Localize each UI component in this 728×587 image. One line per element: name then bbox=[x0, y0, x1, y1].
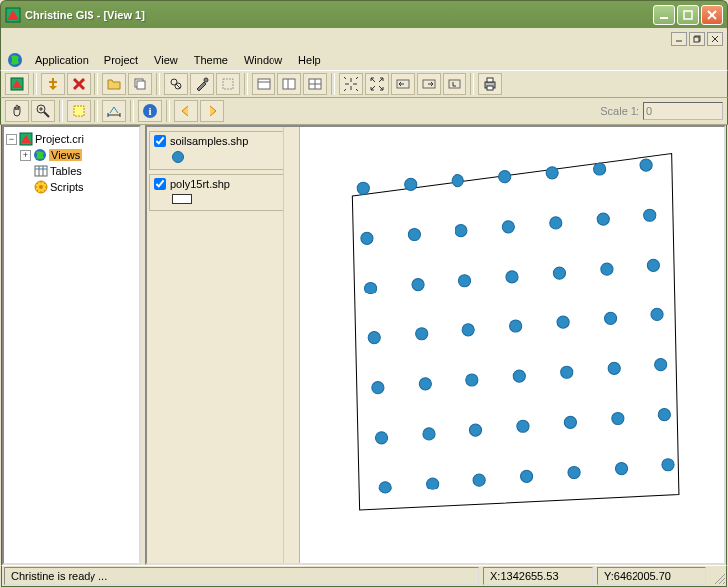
theme-name: soilsamples.shp bbox=[170, 135, 248, 147]
svg-point-69 bbox=[458, 275, 470, 287]
svg-point-71 bbox=[553, 267, 565, 279]
svg-point-70 bbox=[506, 271, 518, 283]
measure-tool-button[interactable] bbox=[102, 100, 126, 122]
resize-grip-icon[interactable] bbox=[708, 567, 726, 585]
svg-point-77 bbox=[510, 320, 522, 332]
separator bbox=[331, 73, 335, 95]
zoom-full-button[interactable] bbox=[365, 73, 389, 95]
polygon-symbol-icon bbox=[172, 194, 192, 204]
view-toolbar: i Scale 1: bbox=[0, 98, 728, 125]
svg-point-53 bbox=[357, 182, 369, 194]
svg-rect-7 bbox=[694, 37, 699, 42]
collapse-icon[interactable]: − bbox=[6, 134, 17, 145]
tree-label: Project.cri bbox=[35, 133, 84, 145]
svg-point-62 bbox=[455, 225, 467, 237]
svg-rect-33 bbox=[487, 86, 493, 90]
menu-project[interactable]: Project bbox=[96, 52, 146, 68]
svg-point-57 bbox=[546, 167, 558, 179]
pan-right-button[interactable] bbox=[417, 73, 441, 95]
tools-button[interactable] bbox=[190, 73, 214, 95]
close-button[interactable] bbox=[701, 5, 723, 25]
delete-button[interactable] bbox=[67, 73, 91, 95]
menu-view[interactable]: View bbox=[146, 52, 186, 68]
separator bbox=[470, 73, 474, 95]
mdi-control-bar bbox=[0, 28, 728, 50]
tree-views[interactable]: + Views bbox=[20, 147, 137, 163]
menu-help[interactable]: Help bbox=[290, 52, 329, 68]
svg-point-78 bbox=[557, 316, 569, 328]
svg-rect-20 bbox=[223, 79, 233, 89]
separator bbox=[33, 73, 37, 95]
status-x: X: 1342655.53 bbox=[483, 567, 593, 585]
layout-button-2[interactable] bbox=[277, 73, 301, 95]
copy-button[interactable] bbox=[128, 73, 152, 95]
svg-point-85 bbox=[561, 366, 573, 378]
expand-icon[interactable]: + bbox=[20, 150, 31, 161]
menu-application[interactable]: Application bbox=[27, 52, 96, 68]
tree-label: Views bbox=[49, 149, 82, 161]
svg-rect-21 bbox=[258, 79, 270, 89]
minimize-button[interactable] bbox=[653, 5, 675, 25]
mdi-close-button[interactable] bbox=[707, 32, 723, 46]
project-icon bbox=[19, 132, 33, 146]
pan-tool-button[interactable] bbox=[5, 100, 29, 122]
tree-label: Scripts bbox=[50, 181, 84, 193]
identify-tool-button[interactable]: i bbox=[138, 100, 162, 122]
svg-point-101 bbox=[662, 459, 674, 471]
svg-rect-15 bbox=[137, 81, 145, 89]
menu-theme[interactable]: Theme bbox=[186, 52, 236, 68]
zoom-in-tool-button[interactable] bbox=[31, 100, 55, 122]
theme-item[interactable]: soilsamples.shp bbox=[149, 131, 297, 170]
toc-scrollbar[interactable] bbox=[283, 127, 299, 563]
tree-tables[interactable]: Tables bbox=[34, 163, 137, 179]
next-view-button[interactable] bbox=[200, 100, 224, 122]
menu-bar: Application Project View Theme Window He… bbox=[0, 50, 728, 70]
print-button[interactable] bbox=[478, 73, 502, 95]
theme-visibility-checkbox[interactable] bbox=[154, 178, 166, 190]
svg-point-65 bbox=[597, 213, 609, 225]
app-logo-button[interactable] bbox=[5, 73, 29, 95]
add-theme-button[interactable] bbox=[41, 73, 65, 95]
svg-text:i: i bbox=[148, 105, 151, 117]
table-of-contents: soilsamples.shp poly15rt.shp bbox=[147, 127, 300, 563]
theme-item[interactable]: poly15rt.shp bbox=[149, 174, 297, 211]
refresh-button[interactable] bbox=[443, 73, 466, 95]
svg-point-100 bbox=[615, 463, 627, 475]
svg-point-81 bbox=[372, 382, 384, 394]
svg-rect-46 bbox=[35, 166, 47, 176]
separator bbox=[130, 100, 134, 122]
maximize-button[interactable] bbox=[677, 5, 699, 25]
separator bbox=[94, 100, 98, 122]
status-message: Christine is ready ... bbox=[4, 567, 479, 585]
mdi-minimize-button[interactable] bbox=[671, 32, 687, 46]
prev-view-button[interactable] bbox=[174, 100, 198, 122]
window-title: Christine GIS - [View 1] bbox=[25, 9, 651, 21]
globe-icon bbox=[7, 52, 23, 68]
find-button[interactable] bbox=[164, 73, 188, 95]
layout-button-3[interactable] bbox=[303, 73, 327, 95]
svg-point-82 bbox=[419, 378, 431, 390]
mdi-restore-button[interactable] bbox=[689, 32, 705, 46]
tree-root[interactable]: − Project.cri bbox=[6, 131, 137, 147]
tree-scripts[interactable]: Scripts bbox=[34, 179, 137, 195]
svg-point-54 bbox=[405, 178, 417, 190]
zoom-in-extent-button[interactable] bbox=[339, 73, 363, 95]
map-canvas[interactable] bbox=[300, 127, 724, 563]
clear-selection-button[interactable] bbox=[216, 73, 240, 95]
svg-rect-23 bbox=[283, 79, 295, 89]
svg-point-89 bbox=[423, 428, 435, 440]
theme-visibility-checkbox[interactable] bbox=[154, 135, 166, 147]
layout-button-1[interactable] bbox=[252, 73, 275, 95]
table-icon bbox=[34, 164, 48, 178]
svg-point-60 bbox=[361, 232, 373, 244]
scale-input[interactable] bbox=[643, 102, 723, 120]
select-tool-button[interactable] bbox=[67, 100, 91, 122]
svg-point-96 bbox=[427, 478, 439, 489]
svg-point-86 bbox=[608, 362, 620, 374]
pan-left-button[interactable] bbox=[391, 73, 415, 95]
svg-point-74 bbox=[368, 331, 380, 343]
svg-point-97 bbox=[473, 474, 485, 486]
svg-point-72 bbox=[601, 263, 613, 275]
open-button[interactable] bbox=[102, 73, 126, 95]
menu-window[interactable]: Window bbox=[236, 52, 290, 68]
